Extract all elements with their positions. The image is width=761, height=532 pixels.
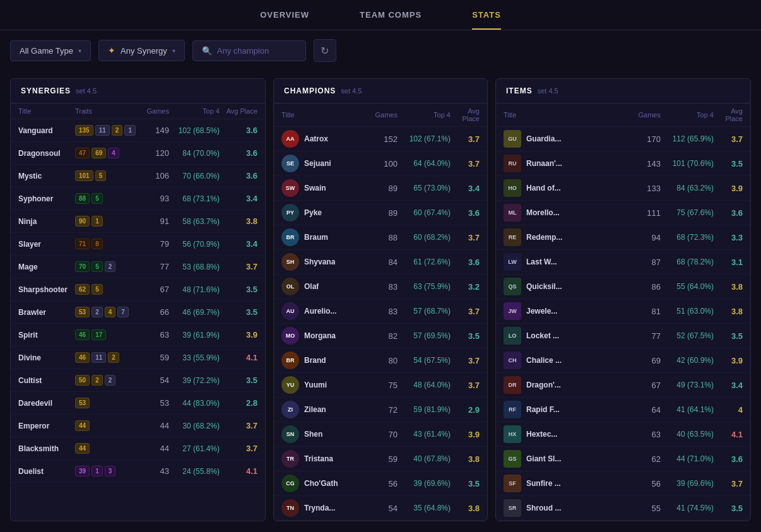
table-row[interactable]: HX Hextec... 63 40 (63.5%) 4.1 (496, 422, 750, 447)
row-champ-avg: 3.8 (451, 504, 480, 513)
table-row[interactable]: ML Morello... 111 75 (67.6%) 3.6 (496, 201, 750, 225)
table-row[interactable]: Vanguard 1351121 149 102 (68.5%) 3.6 (11, 119, 265, 142)
table-row[interactable]: AU Aurelio... 83 57 (68.7%) 3.7 (274, 299, 487, 324)
row-champ-games: 54 (369, 504, 398, 513)
table-row[interactable]: JW Jewele... 81 51 (63.0%) 3.8 (496, 299, 750, 324)
table-row[interactable]: Daredevil 53 53 44 (83.0%) 2.8 (11, 392, 265, 415)
table-row[interactable]: MO Morgana 82 57 (69.5%) 3.5 (274, 324, 487, 348)
table-row[interactable]: Syphoner 885 93 68 (73.1%) 3.4 (11, 187, 265, 210)
table-row[interactable]: SE Sejuani 100 64 (64.0%) 3.7 (274, 151, 487, 176)
row-champ-top4: 60 (67.4%) (398, 208, 451, 217)
syn-col-traits: Traits (75, 107, 139, 115)
table-row[interactable]: RU Runaan'... 143 101 (70.6%) 3.5 (496, 151, 750, 176)
trait-badge: 2 (112, 125, 123, 136)
row-champ-top4: 57 (69.5%) (398, 331, 451, 340)
row-syn-games: 54 (139, 375, 169, 385)
table-row[interactable]: GU Guardia... 170 112 (65.9%) 3.7 (496, 127, 750, 151)
table-row[interactable]: AA Aatrox 152 102 (67.1%) 3.7 (274, 127, 487, 151)
row-syn-traits: 44 (75, 443, 139, 454)
table-row[interactable]: Dragonsoul 47694 120 84 (70.0%) 3.6 (11, 142, 265, 165)
champion-search[interactable]: 🔍 Any champion (192, 40, 306, 61)
table-row[interactable]: BR Brand 80 54 (67.5%) 3.7 (274, 348, 487, 373)
table-row[interactable]: Mystic 1015 106 70 (66.0%) 3.6 (11, 165, 265, 187)
game-type-dropdown[interactable]: All Game Type ▾ (10, 40, 91, 61)
nav-overview[interactable]: OVERVIEW (260, 10, 309, 30)
table-row[interactable]: QS Quicksil... 86 55 (64.0%) 3.8 (496, 275, 750, 299)
table-row[interactable]: Cultist 5022 54 39 (72.2%) 3.5 (11, 369, 265, 392)
row-syn-games: 53 (139, 398, 169, 408)
row-item-top4: 68 (72.3%) (661, 233, 714, 242)
trait-badge: 44 (75, 443, 90, 454)
table-row[interactable]: Mage 7052 77 53 (68.8%) 3.7 (11, 256, 265, 278)
table-row[interactable]: SW Swain 89 65 (73.0%) 3.4 (274, 176, 487, 201)
row-champ-games: 88 (369, 233, 398, 242)
table-row[interactable]: RE Redemp... 94 68 (72.3%) 3.3 (496, 225, 750, 250)
table-row[interactable]: Divine 46112 59 33 (55.9%) 4.1 (11, 346, 265, 369)
row-champ-games: 83 (369, 307, 398, 316)
row-syn-top4: 70 (66.0%) (169, 172, 220, 180)
row-item-games: 77 (632, 331, 661, 341)
trait-badge: 5 (91, 261, 103, 272)
champion-avatar: ZI (281, 401, 299, 418)
table-row[interactable]: ZI Zilean 72 59 (81.9%) 2.9 (274, 398, 487, 422)
table-row[interactable]: TR Tristana 59 40 (67.8%) 3.8 (274, 447, 487, 471)
row-champ-avg: 3.6 (451, 208, 480, 218)
table-row[interactable]: Brawler 53247 66 46 (69.7%) 3.5 (11, 301, 265, 324)
item-icon: ML (504, 204, 521, 222)
table-row[interactable]: RF Rapid F... 64 41 (64.1%) 4 (496, 398, 750, 422)
nav-team-comps[interactable]: TEAM COMPS (360, 10, 422, 30)
table-row[interactable]: SF Sunfire ... 56 39 (69.6%) 3.7 (496, 471, 750, 496)
table-row[interactable]: TN Trynda... 54 35 (64.8%) 3.8 (274, 496, 487, 521)
row-champ-name: OL Olaf (281, 278, 369, 295)
row-syn-traits: 53247 (75, 307, 139, 317)
table-row[interactable]: LO Locket ... 77 52 (67.5%) 3.5 (496, 324, 750, 348)
table-row[interactable]: GS Giant Sl... 62 44 (71.0%) 3.6 (496, 447, 750, 471)
table-row[interactable]: SR Shroud ... 55 41 (74.5%) 3.5 (496, 496, 750, 521)
table-row[interactable]: Sharpshooter 625 67 48 (71.6%) 3.5 (11, 278, 265, 301)
row-syn-traits: 901 (75, 216, 139, 227)
row-syn-top4: 48 (71.6%) (169, 285, 220, 294)
table-row[interactable]: YU Yuumi 75 48 (64.0%) 3.7 (274, 373, 487, 398)
row-syn-avg: 2.8 (220, 398, 257, 408)
table-row[interactable]: DR Dragon'... 67 49 (73.1%) 3.4 (496, 373, 750, 398)
table-row[interactable]: BR Braum 88 60 (68.2%) 3.7 (274, 225, 487, 250)
row-item-avg: 4.1 (714, 430, 743, 439)
row-syn-name: Blacksmith (18, 444, 75, 453)
champion-avatar: SE (281, 155, 299, 172)
row-item-games: 64 (632, 405, 661, 415)
nav-stats[interactable]: STATS (472, 10, 501, 30)
table-row[interactable]: Duelist 3913 43 24 (55.8%) 4.1 (11, 460, 265, 483)
trait-badge: 47 (75, 148, 90, 158)
table-row[interactable]: Blacksmith 44 44 27 (61.4%) 3.7 (11, 437, 265, 460)
table-row[interactable]: Slayer 718 79 56 (70.9%) 3.4 (11, 233, 265, 256)
synergy-dropdown[interactable]: ✦ Any Synergy ▾ (98, 40, 185, 61)
table-row[interactable]: Ninja 901 91 58 (63.7%) 3.8 (11, 210, 265, 233)
table-row[interactable]: SN Shen 70 43 (61.4%) 3.9 (274, 422, 487, 447)
table-row[interactable]: CG Cho'Gath 56 39 (69.6%) 3.5 (274, 471, 487, 496)
table-row[interactable]: CH Chalice ... 69 42 (60.9%) 3.9 (496, 348, 750, 373)
game-type-chevron-icon: ▾ (78, 47, 81, 54)
table-row[interactable]: Spirit 4617 63 39 (61.9%) 3.9 (11, 324, 265, 346)
row-item-games: 81 (632, 307, 661, 316)
table-row[interactable]: LW Last W... 87 68 (78.2%) 3.1 (496, 250, 750, 275)
row-item-top4: 51 (63.0%) (661, 307, 714, 316)
table-row[interactable]: HO Hand of... 133 84 (63.2%) 3.9 (496, 176, 750, 201)
table-row[interactable]: PY Pyke 89 60 (67.4%) 3.6 (274, 201, 487, 225)
champion-avatar: YU (281, 376, 299, 394)
row-syn-top4: 27 (61.4%) (169, 444, 220, 453)
trait-badge: 71 (75, 239, 90, 249)
table-row[interactable]: SH Shyvana 84 61 (72.6%) 3.6 (274, 250, 487, 275)
synergies-set: set 4.5 (76, 87, 97, 95)
table-row[interactable]: Emperor 44 44 30 (68.2%) 3.7 (11, 415, 265, 437)
row-syn-avg: 3.7 (220, 262, 257, 271)
row-champ-games: 100 (369, 159, 398, 168)
row-item-avg: 3.9 (714, 356, 743, 365)
trait-badge: 17 (91, 329, 106, 340)
row-item-top4: 112 (65.9%) (661, 134, 714, 143)
table-row[interactable]: OL Olaf 83 63 (75.9%) 3.2 (274, 275, 487, 299)
row-item-name: SF Sunfire ... (504, 475, 632, 492)
trait-badge: 2 (108, 352, 119, 363)
row-syn-games: 44 (139, 444, 169, 453)
refresh-button[interactable]: ↻ (314, 39, 336, 62)
row-syn-top4: 84 (70.0%) (169, 149, 220, 158)
